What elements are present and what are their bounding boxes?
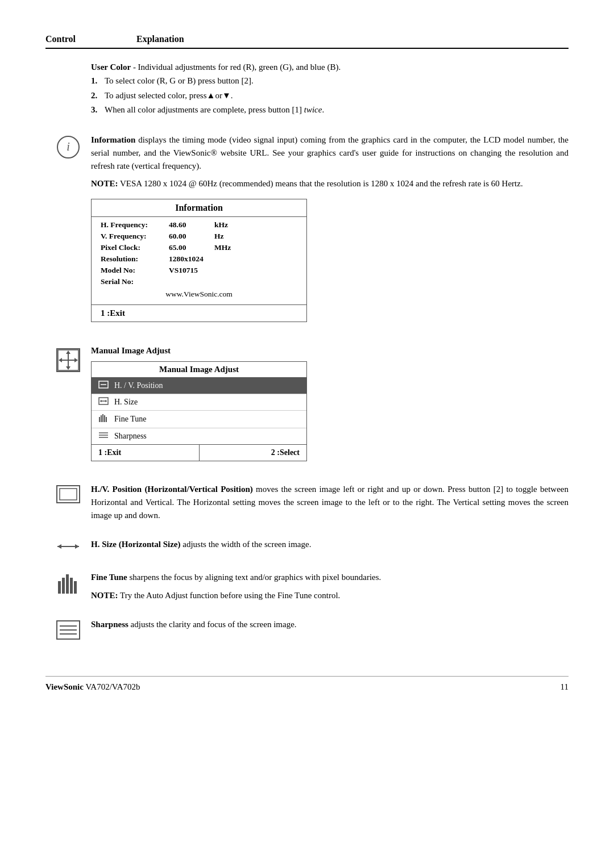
mia-section-title: Manual Image Adjust (91, 346, 569, 356)
information-content: Information displays the timing mode (vi… (91, 133, 569, 330)
fine-tune-note: NOTE: Try the Auto Adjust function befor… (91, 589, 569, 602)
svg-rect-16 (104, 415, 105, 422)
mia-table-title: Manual Image Adjust (92, 362, 306, 378)
mia-label-hvposition: H. / V. Position (114, 381, 163, 390)
svg-rect-15 (102, 414, 103, 422)
hv-position-text: H./V. Position (Horizontal/Vertical Posi… (91, 483, 569, 523)
info-table-title: Information (92, 199, 306, 217)
h-size-icon (56, 540, 80, 555)
cross-arrows-icon (56, 348, 80, 372)
icon-col-hv (45, 483, 91, 506)
svg-marker-5 (66, 366, 70, 370)
info-row-vfreq: V. Frequency: 60.00 Hz (101, 231, 297, 242)
svg-marker-2 (74, 358, 78, 362)
svg-rect-29 (70, 578, 73, 594)
header-row: Control Explanation (45, 34, 569, 49)
svg-rect-27 (62, 578, 65, 594)
information-section: i Information displays the timing mode (… (45, 133, 569, 330)
info-row-model: Model No: VS10715 (101, 265, 297, 276)
h-size-section: H. Size (Horizontal Size) adjusts the wi… (45, 538, 569, 555)
mia-label-sharpness: Sharpness (114, 432, 147, 441)
svg-marker-12 (105, 400, 107, 402)
fine-tune-content: Fine Tune sharpens the focus by aligning… (91, 571, 569, 602)
mia-label-finetune: Fine Tune (114, 415, 146, 424)
information-bold: Information (91, 135, 135, 144)
mia-bottom: 1 :Exit 2 :Select (92, 444, 306, 461)
icon-col-sharpness (45, 618, 91, 642)
info-row-serial: Serial No: (101, 276, 297, 287)
fine-tune-text: Fine Tune sharpens the focus by aligning… (91, 571, 569, 584)
information-note: NOTE: VESA 1280 x 1024 @ 60Hz (recommend… (91, 177, 569, 190)
information-table: Information H. Frequency: 48.60 kHz V. F… (91, 199, 307, 322)
svg-rect-13 (99, 417, 100, 422)
user-color-intro: User Color - Individual adjustments for … (91, 60, 569, 74)
list-item: 1.To select color (R, G or B) press butt… (91, 74, 569, 89)
svg-marker-24 (57, 544, 61, 549)
svg-marker-11 (100, 400, 102, 402)
info-icon: i (57, 136, 80, 158)
sharpness-content: Sharpness adjusts the clarity and focus … (91, 618, 569, 631)
mia-row-hvposition: H. / V. Position (92, 378, 306, 394)
icon-col: i (45, 133, 91, 158)
fine-tune-section: Fine Tune sharpens the focus by aligning… (45, 571, 569, 602)
list-item: 2.To adjust selected color, press▲or▼. (91, 89, 569, 103)
mia-icon-finetune (98, 414, 109, 425)
footer-page: 11 (561, 682, 569, 692)
sharpness-section: Sharpness adjusts the clarity and focus … (45, 618, 569, 642)
svg-rect-30 (74, 581, 77, 594)
footer: ViewSonic VA702/VA702b 11 (45, 676, 569, 692)
mia-content: Manual Image Adjust Manual Image Adjust … (91, 346, 569, 467)
mia-icon-sharpness (98, 431, 109, 441)
mia-row-hsize: H. Size (92, 394, 306, 411)
mia-icon-hsize (98, 397, 109, 407)
information-text: Information displays the timing mode (vi… (91, 133, 569, 173)
info-row-hfreq: H. Frequency: 48.60 kHz (101, 219, 297, 231)
svg-rect-17 (106, 417, 107, 422)
info-table-body: H. Frequency: 48.60 kHz V. Frequency: 60… (92, 217, 306, 304)
h-size-text: H. Size (Horizontal Size) adjusts the wi… (91, 538, 569, 551)
info-row-pixel: Pixel Clock: 65.00 MHz (101, 242, 297, 253)
info-row-resolution: Resolution: 1280x1024 (101, 253, 297, 265)
footer-brand: ViewSonic (45, 682, 84, 691)
list-item: 3.When all color adjustments are complet… (91, 103, 569, 118)
h-size-content: H. Size (Horizontal Size) adjusts the wi… (91, 538, 569, 551)
hv-position-section: H./V. Position (Horizontal/Vertical Posi… (45, 483, 569, 523)
manual-image-adjust-section: Manual Image Adjust Manual Image Adjust … (45, 346, 569, 467)
svg-marker-4 (66, 350, 70, 354)
hv-box-icon (56, 485, 80, 506)
mia-row-finetune: Fine Tune (92, 411, 306, 428)
mia-icon-hvposition (98, 381, 109, 391)
icon-col-mia (45, 346, 91, 372)
mia-select: 2 :Select (200, 445, 307, 461)
mia-label-hsize: H. Size (114, 398, 138, 407)
control-header: Control (45, 34, 102, 44)
hv-position-content: H./V. Position (Horizontal/Vertical Posi… (91, 483, 569, 523)
user-color-list: 1.To select color (R, G or B) press butt… (91, 74, 569, 118)
icon-col-hsize (45, 538, 91, 555)
sharpness-text: Sharpness adjusts the clarity and focus … (91, 618, 569, 631)
svg-marker-1 (59, 358, 62, 362)
explanation-header: Explanation (136, 34, 184, 44)
mia-exit: 1 :Exit (92, 445, 200, 461)
info-exit: 1 :Exit (92, 304, 306, 322)
footer-model: VA702/VA702b (85, 682, 140, 691)
user-color-bold: User Color (91, 62, 131, 72)
svg-rect-28 (66, 574, 69, 594)
sharpness-icon (56, 620, 80, 642)
svg-marker-25 (75, 544, 79, 549)
svg-rect-26 (58, 581, 61, 594)
mia-table: Manual Image Adjust H. / V. Position (91, 361, 307, 461)
svg-rect-22 (60, 489, 77, 500)
fine-tune-icon (56, 573, 80, 597)
info-url: www.ViewSonic.com (101, 287, 297, 302)
svg-rect-14 (101, 415, 102, 422)
icon-col-finetune (45, 571, 91, 597)
footer-brand-model: ViewSonic VA702/VA702b (45, 682, 140, 692)
user-color-section: User Color - Individual adjustments for … (45, 60, 569, 118)
mia-row-sharpness: Sharpness (92, 428, 306, 444)
